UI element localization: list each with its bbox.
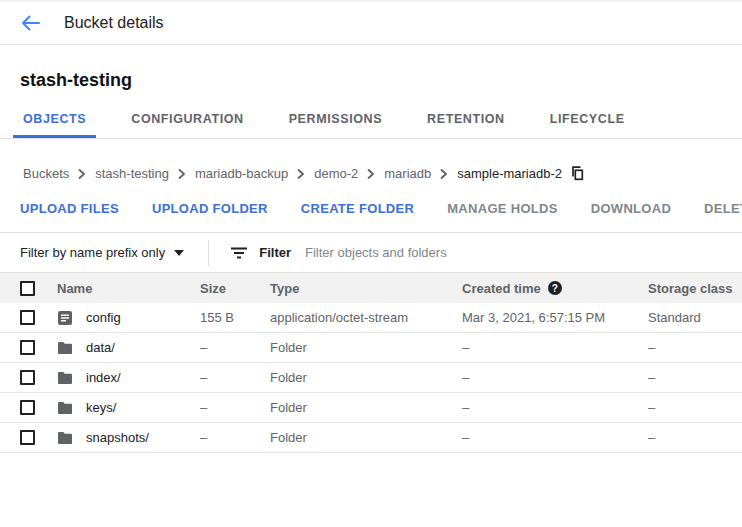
table-row: snapshots/ – Folder – – — [0, 423, 742, 453]
chevron-right-icon — [178, 169, 186, 179]
content-copy-icon — [570, 166, 584, 181]
objects-table: Name Size Type Created time ? Storage cl… — [0, 272, 742, 453]
breadcrumb-item-folder-2[interactable]: demo-2 — [314, 166, 358, 181]
tab-retention[interactable]: RETENTION — [427, 112, 505, 138]
breadcrumb: Buckets stash-testing mariadb-backup dem… — [0, 166, 742, 181]
caret-down-icon — [174, 250, 184, 256]
breadcrumb-item-folder-1[interactable]: mariadb-backup — [195, 166, 288, 181]
tab-objects[interactable]: OBJECTS — [23, 112, 86, 138]
tab-configuration[interactable]: CONFIGURATION — [131, 112, 243, 138]
filter-input[interactable] — [305, 245, 625, 260]
object-storage-class: – — [648, 400, 742, 415]
object-created-time: – — [462, 430, 648, 445]
arrow-left-icon — [21, 15, 40, 31]
chevron-right-icon — [78, 169, 86, 179]
object-size: – — [200, 430, 270, 445]
column-header-storage-class: Storage class — [648, 281, 742, 296]
column-header-name: Name — [57, 281, 200, 296]
delete-button[interactable]: DELETE — [704, 201, 742, 216]
object-actions-toolbar: UPLOAD FILES UPLOAD FOLDER CREATE FOLDER… — [0, 201, 742, 216]
table-row: config 155 B application/octet-stream Ma… — [0, 303, 742, 333]
created-time-label: Created time — [462, 281, 541, 296]
table-row: index/ – Folder – – — [0, 363, 742, 393]
divider — [208, 240, 209, 266]
filter-scope-dropdown[interactable]: Filter by name prefix only — [20, 245, 184, 260]
copy-path-button[interactable] — [570, 166, 584, 181]
object-created-time: – — [462, 400, 648, 415]
object-type: application/octet-stream — [270, 310, 462, 325]
table-header-row: Name Size Type Created time ? Storage cl… — [0, 272, 742, 303]
folder-icon — [57, 340, 73, 356]
row-checkbox[interactable] — [20, 310, 35, 325]
folder-icon — [57, 370, 73, 386]
upload-folder-button[interactable]: UPLOAD FOLDER — [152, 201, 268, 216]
filter-button-label: Filter — [259, 245, 291, 260]
object-storage-class: – — [648, 340, 742, 355]
row-checkbox[interactable] — [20, 400, 35, 415]
tab-lifecycle[interactable]: LIFECYCLE — [550, 112, 625, 138]
table-row: data/ – Folder – – — [0, 333, 742, 363]
object-created-time: – — [462, 370, 648, 385]
chevron-right-icon — [367, 169, 375, 179]
chevron-right-icon — [440, 169, 448, 179]
breadcrumb-item-folder-3[interactable]: mariadb — [384, 166, 431, 181]
filter-bar: Filter by name prefix only Filter — [0, 232, 742, 272]
object-storage-class: Standard — [648, 310, 742, 325]
chevron-right-icon — [297, 169, 305, 179]
bucket-name-title: stash-testing — [0, 45, 742, 91]
object-type: Folder — [270, 370, 462, 385]
download-button[interactable]: DOWNLOAD — [591, 201, 671, 216]
page-header-title: Bucket details — [64, 14, 164, 32]
row-checkbox[interactable] — [20, 340, 35, 355]
manage-holds-button[interactable]: MANAGE HOLDS — [447, 201, 558, 216]
column-header-created-time: Created time ? — [462, 281, 648, 296]
row-checkbox[interactable] — [20, 370, 35, 385]
object-created-time: – — [462, 340, 648, 355]
column-header-size: Size — [200, 281, 270, 296]
upload-files-button[interactable]: UPLOAD FILES — [20, 201, 119, 216]
filter-list-icon — [231, 247, 247, 259]
object-name-link[interactable]: index/ — [86, 370, 121, 385]
object-size: – — [200, 340, 270, 355]
object-storage-class: – — [648, 430, 742, 445]
back-button[interactable] — [18, 11, 42, 35]
object-created-time: Mar 3, 2021, 6:57:15 PM — [462, 310, 648, 325]
help-icon[interactable]: ? — [548, 281, 562, 295]
tab-bar: OBJECTS CONFIGURATION PERMISSIONS RETENT… — [0, 106, 742, 139]
tab-permissions[interactable]: PERMISSIONS — [289, 112, 382, 138]
top-bar: Bucket details — [0, 2, 742, 45]
object-size: 155 B — [200, 310, 270, 325]
object-type: Folder — [270, 430, 462, 445]
object-type: Folder — [270, 400, 462, 415]
column-header-type: Type — [270, 281, 462, 296]
file-icon — [57, 310, 73, 326]
table-row: keys/ – Folder – – — [0, 393, 742, 423]
breadcrumb-item-bucket[interactable]: stash-testing — [95, 166, 169, 181]
folder-icon — [57, 430, 73, 446]
object-size: – — [200, 370, 270, 385]
filter-button[interactable]: Filter — [231, 245, 291, 260]
select-all-checkbox[interactable] — [20, 281, 35, 296]
object-name-link[interactable]: snapshots/ — [86, 430, 149, 445]
object-storage-class: – — [648, 370, 742, 385]
object-size: – — [200, 400, 270, 415]
create-folder-button[interactable]: CREATE FOLDER — [301, 201, 414, 216]
object-name-link[interactable]: keys/ — [86, 400, 116, 415]
object-type: Folder — [270, 340, 462, 355]
breadcrumb-current: sample-mariadb-2 — [457, 166, 562, 181]
folder-icon — [57, 400, 73, 416]
filter-scope-label: Filter by name prefix only — [20, 245, 165, 260]
object-name-link[interactable]: data/ — [86, 340, 115, 355]
object-name-link[interactable]: config — [86, 310, 121, 325]
row-checkbox[interactable] — [20, 430, 35, 445]
breadcrumb-item-buckets[interactable]: Buckets — [23, 166, 69, 181]
